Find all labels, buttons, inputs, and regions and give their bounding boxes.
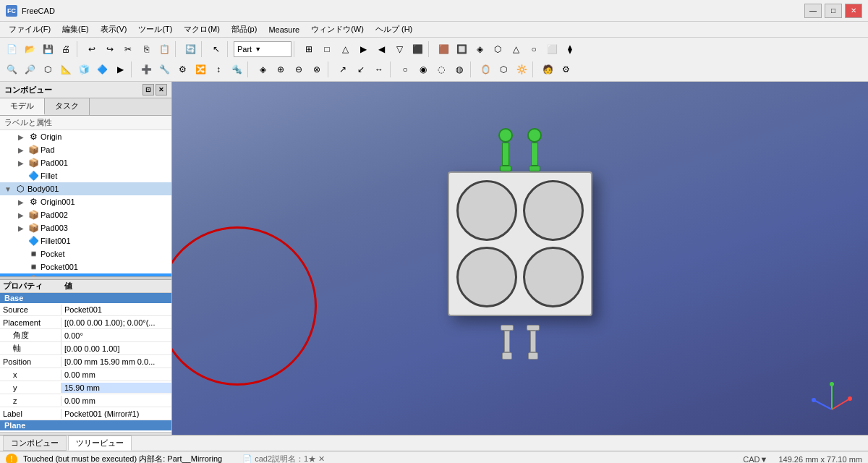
props-row[interactable]: SourcePocket001 — [0, 303, 171, 316]
tb2-14[interactable]: ◈ — [254, 61, 271, 78]
view-btn-4[interactable]: ▶ — [354, 41, 372, 58]
tb2-8[interactable]: ➕ — [137, 61, 155, 78]
menu-measure[interactable]: Measure — [263, 22, 305, 37]
maximize-button[interactable]: □ — [825, 4, 842, 18]
tb2-24[interactable]: ◍ — [451, 61, 468, 78]
tb2-19[interactable]: ↙ — [352, 61, 370, 78]
tree-expand-icon[interactable]: ▼ — [3, 185, 13, 193]
undo-button[interactable]: ↩ — [83, 41, 101, 58]
tree-item[interactable]: ▶📦Pad003 — [0, 221, 171, 234]
view-btn-6[interactable]: ▽ — [391, 41, 408, 58]
redo-button[interactable]: ↪ — [101, 41, 119, 58]
new-button[interactable]: 📄 — [3, 41, 20, 58]
tree-item[interactable]: ▶⚙Origin — [0, 130, 171, 143]
tree-expand-icon[interactable]: ▶ — [16, 146, 26, 154]
view-btn-5[interactable]: ◀ — [373, 41, 390, 58]
print-button[interactable]: 🖨 — [57, 41, 75, 58]
menu-file[interactable]: ファイル(F) — [3, 22, 56, 37]
cad-mode[interactable]: CAD▼ — [743, 455, 767, 464]
menu-view[interactable]: 表示(V) — [95, 22, 133, 37]
menu-macro[interactable]: マクロ(M) — [178, 22, 226, 37]
tree-item[interactable]: ▼⬡Body001 — [0, 182, 171, 195]
close-button[interactable]: ✕ — [845, 4, 862, 18]
tb2-6[interactable]: 🔷 — [93, 61, 111, 78]
tb2-5[interactable]: 🧊 — [75, 61, 93, 78]
tab-tasks[interactable]: タスク — [45, 98, 90, 115]
tb2-16[interactable]: ⊖ — [290, 61, 307, 78]
tb2-27[interactable]: 🔆 — [513, 61, 530, 78]
part-btn-4[interactable]: ⬜ — [543, 41, 561, 58]
workbench-dropdown[interactable]: Part ▼ — [234, 41, 292, 57]
view-btn-1[interactable]: ⊞ — [300, 41, 318, 58]
menu-tools[interactable]: ツール(T) — [132, 22, 178, 37]
tb2-23[interactable]: ◌ — [433, 61, 450, 78]
shade-btn[interactable]: ◈ — [471, 41, 488, 58]
props-row[interactable]: Placement[(0.00 0.00 1.00); 0.00°(... — [0, 316, 171, 329]
menu-help[interactable]: ヘルプ (H) — [370, 22, 418, 37]
tree-item[interactable]: ◾Pocket — [0, 247, 171, 260]
part-btn-3[interactable]: ○ — [525, 41, 542, 58]
combo-float-btn[interactable]: ⊡ — [142, 84, 154, 95]
tree-item[interactable]: ▶📦Pad001 — [0, 156, 171, 169]
part-btn-5[interactable]: ⧫ — [561, 41, 579, 58]
menu-parts[interactable]: 部品(p) — [226, 22, 263, 37]
tree-item[interactable]: ▶⚙Origin001 — [0, 195, 171, 208]
save-button[interactable]: 💾 — [39, 41, 56, 58]
props-row[interactable]: z0.00 mm — [0, 394, 171, 407]
refresh-button[interactable]: 🔄 — [182, 41, 199, 58]
tree-expand-icon[interactable]: ▶ — [16, 133, 26, 141]
btab-treeview[interactable]: ツリービュー — [68, 436, 132, 451]
props-row[interactable]: y15.90 mm — [0, 381, 171, 394]
props-row[interactable]: LabelPocket001 (Mirror#1) — [0, 407, 171, 420]
copy-button[interactable]: ⎘ — [137, 41, 155, 58]
props-row[interactable]: Position[0.00 mm 15.90 mm 0.0... — [0, 355, 171, 368]
tb2-12[interactable]: ↕ — [210, 61, 227, 78]
tree-expand-icon[interactable]: ▶ — [16, 159, 26, 167]
tb2-22[interactable]: ◉ — [414, 61, 432, 78]
tb2-7[interactable]: ▶ — [111, 61, 129, 78]
tree-item[interactable]: ◾Pocket001 — [0, 260, 171, 273]
tb2-10[interactable]: ⚙ — [174, 61, 191, 78]
menu-edit[interactable]: 編集(E) — [56, 22, 95, 37]
tree-item[interactable]: ▶📦Pad — [0, 143, 171, 156]
props-row[interactable]: 角度0.00° — [0, 329, 171, 342]
part-btn-1[interactable]: ⬡ — [489, 41, 506, 58]
tb2-25[interactable]: 🪞 — [477, 61, 494, 78]
select-button[interactable]: ↖ — [208, 41, 225, 58]
tb2-28[interactable]: 🧑 — [539, 61, 556, 78]
tb2-1[interactable]: 🔍 — [3, 61, 20, 78]
nav-cube[interactable] — [810, 377, 854, 420]
btab-comboview[interactable]: コンポビュー — [3, 436, 67, 451]
tree-expand-icon[interactable]: ▶ — [16, 224, 26, 232]
tb2-26[interactable]: ⬡ — [495, 61, 512, 78]
tb2-18[interactable]: ↗ — [334, 61, 352, 78]
tb2-4[interactable]: 📐 — [57, 61, 75, 78]
minimize-button[interactable]: — — [804, 4, 822, 18]
props-row[interactable]: 軸[0.00 0.00 1.00] — [0, 342, 171, 355]
view-btn-7[interactable]: ⬛ — [409, 41, 426, 58]
tb2-17[interactable]: ⊗ — [308, 61, 326, 78]
combo-close-btn[interactable]: ✕ — [156, 84, 167, 95]
solid-btn[interactable]: 🟫 — [435, 41, 452, 58]
menu-window[interactable]: ウィンドウ(W) — [305, 22, 370, 37]
tb2-2[interactable]: 🔎 — [21, 61, 38, 78]
wire-btn[interactable]: 🔲 — [453, 41, 470, 58]
tree-expand-icon[interactable]: ▶ — [16, 211, 26, 219]
tb2-13[interactable]: 🔩 — [228, 61, 245, 78]
tb2-9[interactable]: 🔧 — [156, 61, 173, 78]
tb2-21[interactable]: ○ — [396, 61, 414, 78]
part-btn-2[interactable]: △ — [507, 41, 524, 58]
tb2-3[interactable]: ⬡ — [39, 61, 56, 78]
view-btn-2[interactable]: □ — [318, 41, 336, 58]
tree-item[interactable]: 🔷Fillet — [0, 169, 171, 182]
tree-item[interactable]: ▶📦Pad002 — [0, 208, 171, 221]
3d-viewport[interactable] — [172, 82, 868, 435]
tb2-11[interactable]: 🔀 — [192, 61, 209, 78]
tree-expand-icon[interactable]: ▶ — [16, 198, 26, 206]
tb2-15[interactable]: ⊕ — [272, 61, 289, 78]
tab-model[interactable]: モデル — [0, 98, 45, 115]
tree-item[interactable]: 🔷Fillet001 — [0, 234, 171, 247]
tb2-20[interactable]: ↔ — [370, 61, 388, 78]
tb2-29[interactable]: ⚙ — [557, 61, 574, 78]
props-row[interactable]: x0.00 mm — [0, 368, 171, 381]
